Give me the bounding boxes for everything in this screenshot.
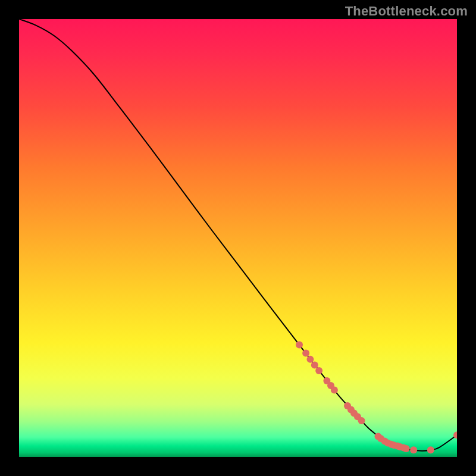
curve-marker (358, 417, 365, 424)
curve-marker (311, 361, 318, 368)
curve-marker (410, 446, 417, 453)
chart-frame: TheBottleneck.com (0, 0, 476, 476)
curve-marker (306, 356, 314, 363)
curve-marker (296, 342, 303, 349)
plot-area (19, 19, 457, 457)
curve-marker (427, 446, 434, 453)
watermark-text: TheBottleneck.com (345, 4, 468, 19)
curve-markers (296, 342, 457, 454)
bottleneck-curve (19, 19, 457, 451)
curve-marker (331, 386, 338, 393)
curve-marker (403, 445, 410, 452)
curve-marker (302, 350, 309, 357)
chart-overlay (19, 19, 457, 457)
curve-marker (315, 367, 322, 374)
